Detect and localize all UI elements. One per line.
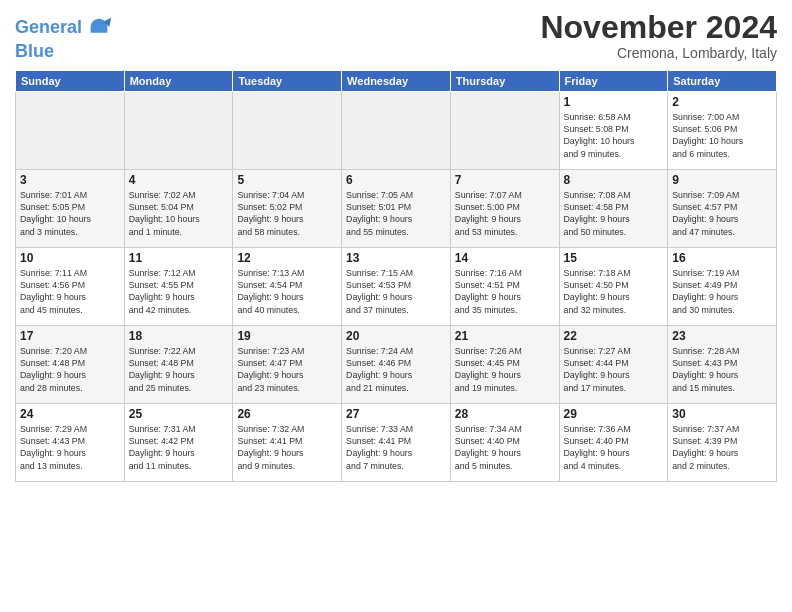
day-info: Sunrise: 7:00 AM Sunset: 5:06 PM Dayligh… [672, 111, 772, 160]
col-saturday: Saturday [668, 70, 777, 91]
logo-blue: Blue [15, 42, 113, 62]
table-row [124, 91, 233, 169]
day-info: Sunrise: 7:26 AM Sunset: 4:45 PM Dayligh… [455, 345, 555, 394]
day-number: 29 [564, 407, 664, 421]
table-row: 18Sunrise: 7:22 AM Sunset: 4:48 PM Dayli… [124, 325, 233, 403]
calendar-week-row: 10Sunrise: 7:11 AM Sunset: 4:56 PM Dayli… [16, 247, 777, 325]
logo: General Blue [15, 14, 113, 62]
page-container: General Blue November 2024 Cremona, Lomb… [0, 0, 792, 492]
day-info: Sunrise: 7:15 AM Sunset: 4:53 PM Dayligh… [346, 267, 446, 316]
table-row: 22Sunrise: 7:27 AM Sunset: 4:44 PM Dayli… [559, 325, 668, 403]
calendar-header-row: Sunday Monday Tuesday Wednesday Thursday… [16, 70, 777, 91]
day-number: 21 [455, 329, 555, 343]
day-info: Sunrise: 7:28 AM Sunset: 4:43 PM Dayligh… [672, 345, 772, 394]
day-info: Sunrise: 7:09 AM Sunset: 4:57 PM Dayligh… [672, 189, 772, 238]
col-friday: Friday [559, 70, 668, 91]
table-row: 15Sunrise: 7:18 AM Sunset: 4:50 PM Dayli… [559, 247, 668, 325]
day-number: 5 [237, 173, 337, 187]
day-number: 27 [346, 407, 446, 421]
table-row [16, 91, 125, 169]
day-number: 17 [20, 329, 120, 343]
table-row: 24Sunrise: 7:29 AM Sunset: 4:43 PM Dayli… [16, 403, 125, 481]
header: General Blue November 2024 Cremona, Lomb… [15, 10, 777, 62]
col-monday: Monday [124, 70, 233, 91]
table-row: 23Sunrise: 7:28 AM Sunset: 4:43 PM Dayli… [668, 325, 777, 403]
day-info: Sunrise: 7:36 AM Sunset: 4:40 PM Dayligh… [564, 423, 664, 472]
day-info: Sunrise: 7:18 AM Sunset: 4:50 PM Dayligh… [564, 267, 664, 316]
location-subtitle: Cremona, Lombardy, Italy [540, 45, 777, 61]
table-row [450, 91, 559, 169]
calendar-week-row: 24Sunrise: 7:29 AM Sunset: 4:43 PM Dayli… [16, 403, 777, 481]
logo-general: General [15, 17, 82, 37]
day-number: 18 [129, 329, 229, 343]
calendar-table: Sunday Monday Tuesday Wednesday Thursday… [15, 70, 777, 482]
table-row: 6Sunrise: 7:05 AM Sunset: 5:01 PM Daylig… [342, 169, 451, 247]
table-row: 9Sunrise: 7:09 AM Sunset: 4:57 PM Daylig… [668, 169, 777, 247]
day-number: 4 [129, 173, 229, 187]
table-row [233, 91, 342, 169]
day-number: 25 [129, 407, 229, 421]
table-row: 28Sunrise: 7:34 AM Sunset: 4:40 PM Dayli… [450, 403, 559, 481]
table-row: 1Sunrise: 6:58 AM Sunset: 5:08 PM Daylig… [559, 91, 668, 169]
day-info: Sunrise: 7:24 AM Sunset: 4:46 PM Dayligh… [346, 345, 446, 394]
table-row: 14Sunrise: 7:16 AM Sunset: 4:51 PM Dayli… [450, 247, 559, 325]
day-number: 8 [564, 173, 664, 187]
day-number: 1 [564, 95, 664, 109]
day-info: Sunrise: 7:34 AM Sunset: 4:40 PM Dayligh… [455, 423, 555, 472]
table-row: 11Sunrise: 7:12 AM Sunset: 4:55 PM Dayli… [124, 247, 233, 325]
day-number: 14 [455, 251, 555, 265]
table-row: 10Sunrise: 7:11 AM Sunset: 4:56 PM Dayli… [16, 247, 125, 325]
table-row: 12Sunrise: 7:13 AM Sunset: 4:54 PM Dayli… [233, 247, 342, 325]
day-number: 28 [455, 407, 555, 421]
table-row: 2Sunrise: 7:00 AM Sunset: 5:06 PM Daylig… [668, 91, 777, 169]
table-row: 4Sunrise: 7:02 AM Sunset: 5:04 PM Daylig… [124, 169, 233, 247]
logo-text: General [15, 18, 82, 38]
day-info: Sunrise: 7:29 AM Sunset: 4:43 PM Dayligh… [20, 423, 120, 472]
day-info: Sunrise: 7:32 AM Sunset: 4:41 PM Dayligh… [237, 423, 337, 472]
day-info: Sunrise: 7:04 AM Sunset: 5:02 PM Dayligh… [237, 189, 337, 238]
table-row: 21Sunrise: 7:26 AM Sunset: 4:45 PM Dayli… [450, 325, 559, 403]
day-info: Sunrise: 7:02 AM Sunset: 5:04 PM Dayligh… [129, 189, 229, 238]
day-number: 9 [672, 173, 772, 187]
calendar-week-row: 3Sunrise: 7:01 AM Sunset: 5:05 PM Daylig… [16, 169, 777, 247]
day-number: 15 [564, 251, 664, 265]
day-info: Sunrise: 7:19 AM Sunset: 4:49 PM Dayligh… [672, 267, 772, 316]
table-row: 7Sunrise: 7:07 AM Sunset: 5:00 PM Daylig… [450, 169, 559, 247]
table-row: 8Sunrise: 7:08 AM Sunset: 4:58 PM Daylig… [559, 169, 668, 247]
day-info: Sunrise: 7:11 AM Sunset: 4:56 PM Dayligh… [20, 267, 120, 316]
day-number: 24 [20, 407, 120, 421]
table-row: 20Sunrise: 7:24 AM Sunset: 4:46 PM Dayli… [342, 325, 451, 403]
day-info: Sunrise: 7:20 AM Sunset: 4:48 PM Dayligh… [20, 345, 120, 394]
table-row: 19Sunrise: 7:23 AM Sunset: 4:47 PM Dayli… [233, 325, 342, 403]
calendar-week-row: 17Sunrise: 7:20 AM Sunset: 4:48 PM Dayli… [16, 325, 777, 403]
day-number: 16 [672, 251, 772, 265]
day-number: 26 [237, 407, 337, 421]
day-info: Sunrise: 7:33 AM Sunset: 4:41 PM Dayligh… [346, 423, 446, 472]
day-number: 20 [346, 329, 446, 343]
day-number: 3 [20, 173, 120, 187]
day-info: Sunrise: 7:12 AM Sunset: 4:55 PM Dayligh… [129, 267, 229, 316]
table-row: 27Sunrise: 7:33 AM Sunset: 4:41 PM Dayli… [342, 403, 451, 481]
day-info: Sunrise: 7:07 AM Sunset: 5:00 PM Dayligh… [455, 189, 555, 238]
day-info: Sunrise: 7:16 AM Sunset: 4:51 PM Dayligh… [455, 267, 555, 316]
table-row: 13Sunrise: 7:15 AM Sunset: 4:53 PM Dayli… [342, 247, 451, 325]
table-row: 3Sunrise: 7:01 AM Sunset: 5:05 PM Daylig… [16, 169, 125, 247]
day-info: Sunrise: 6:58 AM Sunset: 5:08 PM Dayligh… [564, 111, 664, 160]
logo-icon [85, 14, 113, 42]
day-number: 11 [129, 251, 229, 265]
day-number: 2 [672, 95, 772, 109]
day-info: Sunrise: 7:01 AM Sunset: 5:05 PM Dayligh… [20, 189, 120, 238]
day-number: 6 [346, 173, 446, 187]
table-row: 26Sunrise: 7:32 AM Sunset: 4:41 PM Dayli… [233, 403, 342, 481]
day-info: Sunrise: 7:27 AM Sunset: 4:44 PM Dayligh… [564, 345, 664, 394]
col-wednesday: Wednesday [342, 70, 451, 91]
month-title: November 2024 [540, 10, 777, 45]
col-thursday: Thursday [450, 70, 559, 91]
day-number: 7 [455, 173, 555, 187]
day-info: Sunrise: 7:05 AM Sunset: 5:01 PM Dayligh… [346, 189, 446, 238]
day-number: 12 [237, 251, 337, 265]
day-info: Sunrise: 7:37 AM Sunset: 4:39 PM Dayligh… [672, 423, 772, 472]
table-row: 16Sunrise: 7:19 AM Sunset: 4:49 PM Dayli… [668, 247, 777, 325]
day-info: Sunrise: 7:31 AM Sunset: 4:42 PM Dayligh… [129, 423, 229, 472]
col-tuesday: Tuesday [233, 70, 342, 91]
